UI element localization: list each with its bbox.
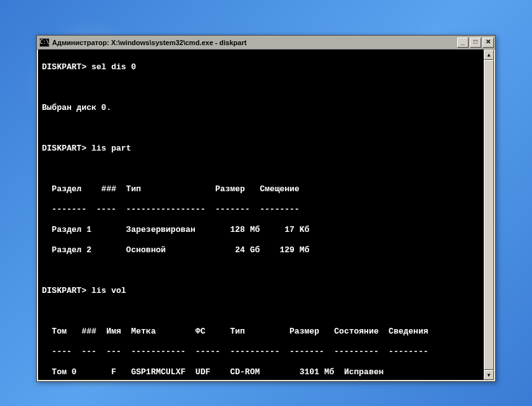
- partition-row: Раздел 2 Основной 24 Gб 129 Mб: [42, 245, 490, 255]
- prompt: DISKPART>: [42, 286, 86, 295]
- output-line: Выбран диск 0.: [42, 103, 490, 113]
- cmd-lis-part: lis part: [86, 144, 131, 153]
- scroll-up-button[interactable]: ▲: [484, 50, 494, 60]
- volume-row: Том 0 F GSP1RMCULXF UDF CD-ROM 3101 Mб И…: [42, 367, 490, 377]
- scroll-track[interactable]: [484, 60, 494, 370]
- prompt: DISKPART>: [42, 62, 86, 72]
- partition-row: Раздел 1 Зарезервирован 128 Mб 17 Kб: [42, 225, 490, 235]
- scroll-thumb[interactable]: [484, 60, 494, 370]
- vertical-scrollbar[interactable]: ▲ ▼: [484, 50, 494, 380]
- window-title: Администратор: X:\windows\system32\cmd.e…: [52, 39, 457, 46]
- close-button[interactable]: ✕: [482, 37, 494, 48]
- cmd-window: C:\ Администратор: X:\windows\system32\c…: [36, 35, 496, 382]
- partition-hr: ------- ---- ---------------- ------- --…: [42, 205, 490, 215]
- volume-hr: ---- --- --- ----------- ----- ---------…: [42, 347, 490, 357]
- titlebar[interactable]: C:\ Администратор: X:\windows\system32\c…: [37, 36, 495, 50]
- prompt: DISKPART>: [42, 144, 86, 153]
- partition-header: Раздел ### Тип Размер Смещение: [42, 184, 490, 194]
- cmd-lis-vol: lis vol: [86, 286, 126, 295]
- terminal-output[interactable]: DISKPART> sel dis 0 Выбран диск 0. DISKP…: [38, 50, 494, 380]
- cmd-icon: C:\: [39, 38, 50, 47]
- cmd-sel-dis: sel dis 0: [86, 62, 136, 72]
- maximize-button[interactable]: □: [470, 37, 481, 48]
- scroll-down-button[interactable]: ▼: [484, 370, 494, 380]
- minimize-button[interactable]: _: [457, 37, 469, 48]
- volume-header: Том ### Имя Метка ФС Тип Размер Состояни…: [42, 327, 490, 337]
